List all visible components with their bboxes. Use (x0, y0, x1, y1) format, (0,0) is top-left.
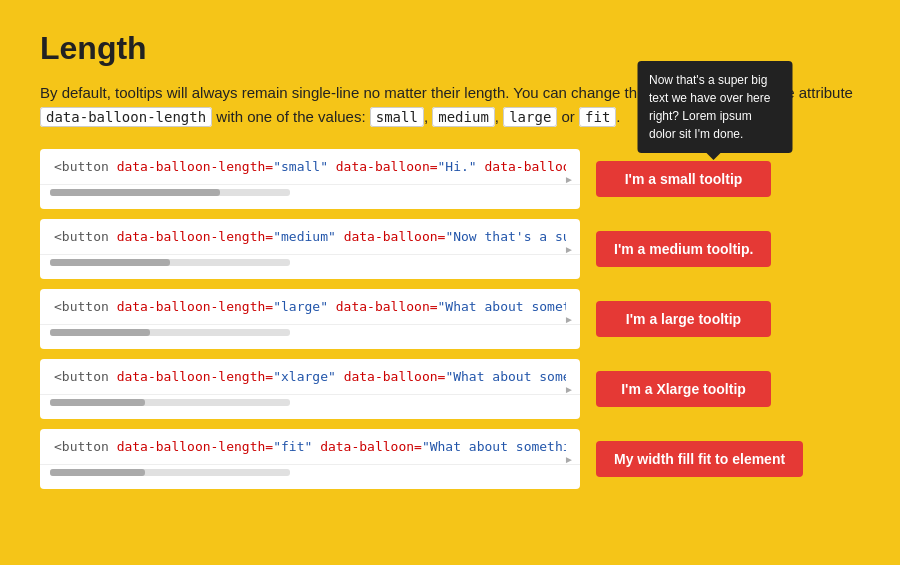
demo-button-small[interactable]: I'm a small tooltip (596, 161, 771, 197)
demo-rows: <button data-balloon-length="small" data… (40, 149, 860, 489)
code-block-fit: <button data-balloon-length="fit" data-b… (40, 429, 580, 489)
code-block-small: <button data-balloon-length="small" data… (40, 149, 580, 209)
scrollbar-thumb-xlarge (50, 399, 145, 406)
scrollbar-thumb-medium (50, 259, 170, 266)
scrollbar-track-small[interactable] (50, 189, 290, 196)
code-block-xlarge: <button data-balloon-length="xlarge" dat… (40, 359, 580, 419)
code-block-large: <button data-balloon-length="large" data… (40, 289, 580, 349)
val-medium: medium (432, 107, 495, 127)
demo-row-medium: <button data-balloon-length="medium" dat… (40, 219, 860, 279)
demo-button-fit[interactable]: My width fill fit to element (596, 441, 803, 477)
demo-row-small: <button data-balloon-length="small" data… (40, 149, 860, 209)
scroll-arrow-fit: ► (564, 454, 574, 465)
demo-button-xlarge[interactable]: I'm a Xlarge tooltip (596, 371, 771, 407)
scrollbar-thumb-fit (50, 469, 145, 476)
scroll-arrow-medium: ► (564, 244, 574, 255)
scrollbar-thumb-small (50, 189, 220, 196)
demo-row-large: <button data-balloon-length="large" data… (40, 289, 860, 349)
scrollbar-track-medium[interactable] (50, 259, 290, 266)
page-title: Length (40, 30, 860, 67)
scrollbar-track-fit[interactable] (50, 469, 290, 476)
demo-row-xlarge: <button data-balloon-length="xlarge" dat… (40, 359, 860, 419)
val-small: small (370, 107, 424, 127)
demo-button-medium[interactable]: I'm a medium tooltip. (596, 231, 771, 267)
scrollbar-thumb-large (50, 329, 150, 336)
code-line-large: <button data-balloon-length="large" data… (54, 299, 566, 314)
attr-code: data-balloon-length (40, 107, 212, 127)
demo-button-large[interactable]: I'm a large tooltip (596, 301, 771, 337)
code-line-small: <button data-balloon-length="small" data… (54, 159, 566, 174)
scroll-arrow-xlarge: ► (564, 384, 574, 395)
button-wrapper-small: Now that's a super big text we have over… (596, 161, 771, 197)
code-line-fit: <button data-balloon-length="fit" data-b… (54, 439, 566, 454)
scrollbar-track-xlarge[interactable] (50, 399, 290, 406)
demo-row-fit: <button data-balloon-length="fit" data-b… (40, 429, 860, 489)
scroll-arrow-small: ► (564, 174, 574, 185)
description: By default, tooltips will always remain … (40, 81, 860, 129)
code-block-medium: <button data-balloon-length="medium" dat… (40, 219, 580, 279)
scrollbar-track-large[interactable] (50, 329, 290, 336)
scroll-arrow-large: ► (564, 314, 574, 325)
code-line-xlarge: <button data-balloon-length="xlarge" dat… (54, 369, 566, 384)
val-fit: fit (579, 107, 616, 127)
code-line-medium: <button data-balloon-length="medium" dat… (54, 229, 566, 244)
val-large: large (503, 107, 557, 127)
